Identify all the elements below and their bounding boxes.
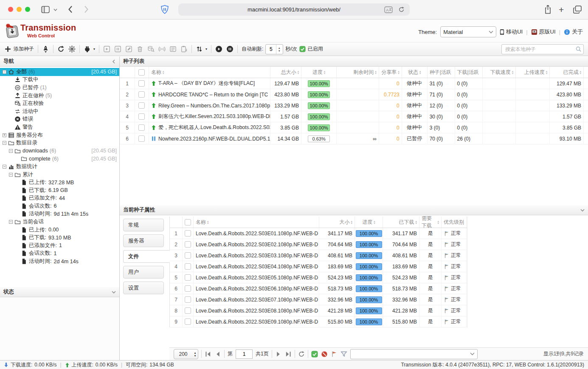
theme-select[interactable]: Material — [440, 26, 496, 37]
file-col-3[interactable]: 大小▴▾ — [319, 217, 355, 228]
nav-item-total-downloaded[interactable]: 已下载:6.19 GB — [0, 186, 119, 194]
torrent-col-11[interactable]: 上传速度▴▾ — [516, 67, 550, 78]
tab-文件[interactable]: 文件 — [123, 250, 170, 263]
chevron-down-icon[interactable] — [580, 208, 585, 212]
row-checkbox[interactable] — [138, 124, 145, 131]
nav-item-error[interactable]: 错误 — [0, 115, 119, 124]
close-window-button[interactable] — [8, 7, 13, 12]
nav-item-active[interactable]: 活动中 — [0, 107, 119, 115]
auto-refresh-value[interactable] — [266, 45, 276, 54]
nav-item-session-downloaded[interactable]: 已下载:93.10 MB — [0, 234, 119, 242]
tab-用户[interactable]: 用户 — [123, 266, 164, 279]
tree-collapse-toggle[interactable]: − — [3, 165, 6, 169]
add-torrent-button[interactable]: 添加种子 — [4, 45, 34, 53]
original-ui-link[interactable]: 原版UI — [531, 28, 556, 36]
file-checkbox[interactable] — [185, 241, 191, 248]
file-checkbox[interactable] — [185, 318, 191, 325]
select-all-checkbox[interactable] — [138, 69, 145, 76]
file-checkbox[interactable] — [185, 307, 191, 314]
torrent-col-8[interactable]: 种子|活跃 — [428, 67, 455, 78]
properties-panel-header[interactable]: 当前种子属性 — [120, 205, 588, 215]
about-link[interactable]: 关于 — [564, 28, 583, 36]
auto-refresh-interval-input[interactable]: ▴▾ — [265, 44, 283, 54]
search-box[interactable] — [501, 44, 584, 54]
file-row[interactable]: 7Love.Death.&.Robots.2022.S03E07.1080p.N… — [170, 294, 467, 305]
sidebar-toggle-icon[interactable] — [41, 6, 50, 13]
torrent-row[interactable]: 2HARDCORE TANO*C – Return to the Origin … — [120, 89, 588, 100]
nav-item-paused[interactable]: 已暂停(1) — [0, 84, 119, 92]
collapse-sidebar-icon[interactable] — [112, 59, 116, 64]
next-page-button[interactable] — [275, 351, 282, 358]
torrent-row[interactable]: 5爱，死亡和机器人.Love.Death.&.Robots.2022.S03.3… — [120, 122, 588, 133]
tab-overview-icon[interactable] — [573, 6, 582, 14]
file-row[interactable]: 9Love.Death.&.Robots.2022.S03E09.1080p.N… — [170, 316, 467, 327]
file-row[interactable]: 1Love.Death.&.Robots.2022.S03E01.1080p.N… — [170, 228, 467, 239]
torrent-col-12[interactable]: 已完成▴▾ — [550, 67, 584, 78]
search-icon[interactable] — [575, 46, 582, 52]
file-checkbox[interactable] — [185, 252, 191, 259]
torrent-col-7[interactable]: 状态▴▾ — [402, 67, 428, 78]
file-row[interactable]: 6Love.Death.&.Robots.2022.S03E06.1080p.N… — [170, 283, 467, 294]
row-checkbox[interactable] — [138, 102, 145, 109]
start-button[interactable] — [103, 45, 110, 53]
file-checkbox[interactable] — [185, 230, 191, 237]
actions-menu-button[interactable]: ▾ — [84, 45, 95, 53]
tree-collapse-toggle[interactable]: − — [3, 141, 6, 145]
mobile-ui-link[interactable]: 移动UI — [500, 28, 523, 36]
tree-collapse-toggle[interactable]: − — [9, 149, 13, 153]
zoom-window-button[interactable] — [25, 7, 30, 12]
privacy-shield-icon[interactable] — [160, 5, 169, 14]
sort-menu-button[interactable]: ▾ — [196, 45, 207, 53]
tree-collapse-toggle[interactable]: − — [3, 70, 6, 74]
torrent-col-5[interactable]: 剩余时间▴▾ — [337, 67, 379, 78]
nav-item-stats[interactable]: −数据统计 — [0, 163, 119, 171]
status-panel-header[interactable]: 状态 — [0, 287, 119, 297]
minimize-window-button[interactable] — [17, 7, 22, 12]
torrent-col-9[interactable]: 下载|活跃 — [455, 67, 483, 78]
remove-button[interactable] — [136, 45, 143, 53]
detail-button[interactable] — [169, 45, 177, 53]
quick-add-button[interactable] — [42, 45, 49, 53]
row-checkbox[interactable] — [138, 135, 145, 142]
nav-item-seeding[interactable]: 正在做种(5) — [0, 92, 119, 100]
file-col-6[interactable]: 需要下载▴▾ — [419, 217, 442, 228]
tab-服务器[interactable]: 服务器 — [123, 234, 164, 247]
filter-funnel-icon[interactable] — [340, 351, 347, 358]
refresh-list-button[interactable] — [298, 351, 305, 358]
torrent-col-10[interactable]: 下载速度▴▾ — [483, 67, 516, 78]
settings-button[interactable] — [68, 45, 76, 53]
nav-item-total-active-time[interactable]: 活动时间:9d 11h 4m 15s — [0, 210, 119, 218]
edit-button[interactable] — [125, 45, 132, 53]
nav-item-servers[interactable]: +服务器分布 — [0, 131, 119, 139]
tab-设置[interactable]: 设置 — [123, 282, 164, 294]
copy-path-button[interactable] — [180, 45, 188, 53]
torrent-col-6[interactable]: 分享率▴▾ — [379, 67, 402, 78]
search-input[interactable] — [504, 46, 575, 53]
file-row[interactable]: 5Love.Death.&.Robots.2022.S03E05.1080p.N… — [170, 272, 467, 283]
nav-item-total-files-added[interactable]: 已添加文件:44 — [0, 194, 119, 203]
file-row[interactable]: 2Love.Death.&.Robots.2022.S03E02.1080p.N… — [170, 239, 467, 250]
nav-item-complete[interactable]: complete(6)[20.45 GB] — [0, 155, 119, 163]
skip-files-button[interactable] — [321, 351, 328, 358]
stepper-arrows-icon[interactable]: ▴▾ — [276, 45, 282, 54]
start-all-button[interactable] — [215, 45, 222, 53]
sidebar-chevron-icon[interactable] — [53, 8, 57, 11]
nav-item-session-active-time[interactable]: 活动时间:2d 4m 14s — [0, 257, 119, 265]
nav-item-total-sessions[interactable]: 会话次数:6 — [0, 202, 119, 210]
file-row[interactable]: 4Love.Death.&.Robots.2022.S03E04.1080p.N… — [170, 261, 467, 272]
nav-item-warning[interactable]: 警告 — [0, 123, 119, 131]
torrent-row[interactable]: 4刺客伍六七.Killer.Seven.2021.S03.1080p.WEB-D… — [120, 111, 588, 122]
page-size-select[interactable]: 200 ▴▾ — [174, 349, 198, 359]
tree-expand-toggle[interactable]: + — [3, 133, 6, 137]
pause-button[interactable] — [114, 45, 121, 53]
nav-item-all[interactable]: −全部(6)[20.45 GB] — [0, 68, 119, 76]
file-select-all-checkbox[interactable] — [185, 219, 191, 225]
row-checkbox[interactable] — [138, 113, 145, 120]
file-checkbox[interactable] — [185, 274, 191, 281]
tree-collapse-toggle[interactable]: − — [9, 220, 13, 224]
file-col-7[interactable]: 优先级别 — [442, 217, 467, 228]
page-number-input[interactable] — [236, 349, 253, 359]
file-row[interactable]: 3Love.Death.&.Robots.2022.S03E03.1080p.N… — [170, 250, 467, 261]
nav-item-downloading[interactable]: 下载中 — [0, 76, 119, 84]
nav-item-session-uploaded[interactable]: 已上传:0.00 — [0, 226, 119, 234]
